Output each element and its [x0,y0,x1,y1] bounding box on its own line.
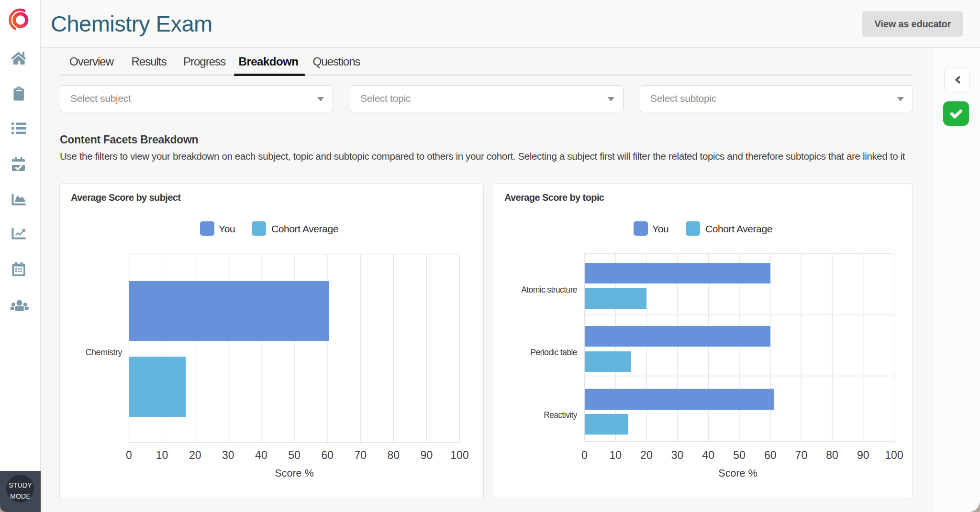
svg-text:90: 90 [421,449,433,461]
svg-text:50: 50 [733,449,746,461]
svg-text:100: 100 [885,449,903,461]
svg-text:0: 0 [126,449,132,461]
svg-text:20: 20 [640,449,653,461]
svg-text:0: 0 [581,449,588,461]
svg-text:20: 20 [189,449,201,461]
svg-text:Chemistry: Chemistry [85,348,122,357]
svg-text:30: 30 [671,449,684,461]
svg-text:Atomic structure: Atomic structure [521,285,577,294]
svg-text:Cohort Average: Cohort Average [271,223,338,234]
svg-text:80: 80 [388,449,400,461]
svg-text:90: 90 [857,449,869,461]
svg-text:40: 40 [702,449,715,461]
svg-text:70: 70 [354,449,367,461]
svg-text:Periodic table: Periodic table [530,348,577,357]
svg-text:Cohort Average: Cohort Average [705,223,772,234]
svg-text:100: 100 [450,449,468,461]
svg-text:30: 30 [222,449,234,461]
svg-text:Score %: Score % [275,468,313,479]
svg-text:10: 10 [609,449,622,461]
svg-text:40: 40 [255,449,267,461]
svg-text:Average Score by subject: Average Score by subject [71,192,181,203]
svg-text:You: You [652,223,668,234]
svg-text:50: 50 [288,449,301,461]
svg-text:10: 10 [156,449,168,461]
svg-text:60: 60 [321,449,334,461]
svg-text:You: You [219,223,235,234]
svg-text:70: 70 [795,449,808,461]
svg-text:80: 80 [826,449,838,461]
svg-text:Score %: Score % [718,468,757,479]
svg-text:60: 60 [764,449,777,461]
svg-text:Average Score by topic: Average Score by topic [504,192,604,203]
svg-text:Reactivity: Reactivity [544,410,578,420]
